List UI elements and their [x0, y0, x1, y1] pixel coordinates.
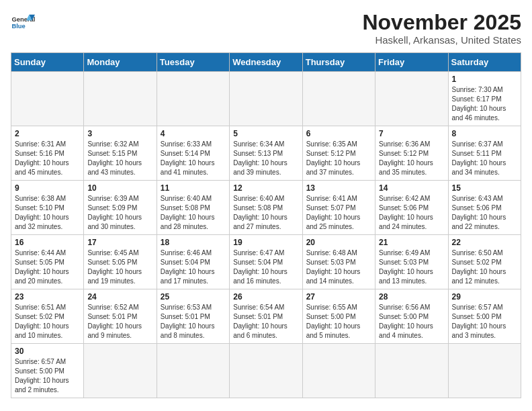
- calendar-day-cell: 15Sunrise: 6:43 AM Sunset: 5:06 PM Dayli…: [448, 181, 521, 235]
- day-info: Sunrise: 6:32 AM Sunset: 5:15 PM Dayligh…: [87, 140, 152, 177]
- calendar-day-cell: 28Sunrise: 6:56 AM Sunset: 5:00 PM Dayli…: [375, 289, 448, 344]
- day-info: Sunrise: 6:42 AM Sunset: 5:06 PM Dayligh…: [379, 194, 444, 232]
- day-number: 20: [306, 238, 371, 247]
- day-info: Sunrise: 6:55 AM Sunset: 5:00 PM Dayligh…: [306, 303, 371, 340]
- calendar-day-cell: 9Sunrise: 6:38 AM Sunset: 5:10 PM Daylig…: [11, 181, 84, 235]
- day-info: Sunrise: 6:40 AM Sunset: 5:08 PM Dayligh…: [233, 194, 298, 232]
- day-number: 18: [161, 238, 226, 247]
- calendar-day-cell: 6Sunrise: 6:35 AM Sunset: 5:12 PM Daylig…: [302, 126, 375, 181]
- day-info: Sunrise: 6:44 AM Sunset: 5:05 PM Dayligh…: [15, 248, 80, 286]
- calendar-week-row: 2Sunrise: 6:31 AM Sunset: 5:16 PM Daylig…: [11, 126, 521, 181]
- day-info: Sunrise: 6:40 AM Sunset: 5:08 PM Dayligh…: [161, 194, 226, 232]
- day-number: 6: [306, 129, 371, 138]
- calendar-day-cell: 29Sunrise: 6:57 AM Sunset: 5:00 PM Dayli…: [448, 289, 521, 344]
- day-number: 22: [452, 238, 517, 247]
- svg-text:Blue: Blue: [11, 23, 25, 30]
- day-info: Sunrise: 6:35 AM Sunset: 5:12 PM Dayligh…: [306, 140, 371, 177]
- page-header: General Blue November 2025 Haskell, Arka…: [11, 11, 521, 46]
- calendar-day-cell: 12Sunrise: 6:40 AM Sunset: 5:08 PM Dayli…: [230, 181, 302, 235]
- day-info: Sunrise: 7:30 AM Sunset: 6:17 PM Dayligh…: [452, 85, 517, 123]
- day-info: Sunrise: 6:57 AM Sunset: 5:00 PM Dayligh…: [452, 303, 517, 340]
- day-number: 1: [452, 75, 517, 84]
- calendar-day-cell: [302, 72, 375, 126]
- calendar-week-row: 9Sunrise: 6:38 AM Sunset: 5:10 PM Daylig…: [11, 181, 521, 235]
- day-info: Sunrise: 6:50 AM Sunset: 5:02 PM Dayligh…: [452, 248, 517, 286]
- calendar-day-cell: 18Sunrise: 6:46 AM Sunset: 5:04 PM Dayli…: [157, 235, 229, 289]
- calendar-day-cell: 19Sunrise: 6:47 AM Sunset: 5:04 PM Dayli…: [230, 235, 302, 289]
- day-number: 21: [379, 238, 444, 247]
- calendar-day-cell: 21Sunrise: 6:49 AM Sunset: 5:03 PM Dayli…: [375, 235, 448, 289]
- calendar-day-cell: [302, 344, 375, 398]
- calendar-week-row: 30Sunrise: 6:57 AM Sunset: 5:00 PM Dayli…: [11, 344, 521, 398]
- location: Haskell, Arkansas, United States: [362, 34, 521, 46]
- calendar-day-cell: 20Sunrise: 6:48 AM Sunset: 5:03 PM Dayli…: [302, 235, 375, 289]
- day-number: 27: [306, 292, 371, 302]
- calendar-header-cell: Monday: [84, 53, 157, 72]
- day-info: Sunrise: 6:46 AM Sunset: 5:04 PM Dayligh…: [161, 248, 226, 286]
- logo: General Blue: [11, 11, 35, 35]
- day-info: Sunrise: 6:43 AM Sunset: 5:06 PM Dayligh…: [452, 194, 517, 232]
- calendar-header-cell: Wednesday: [230, 53, 302, 72]
- calendar-day-cell: [375, 72, 448, 126]
- day-info: Sunrise: 6:41 AM Sunset: 5:07 PM Dayligh…: [306, 194, 371, 232]
- day-number: 13: [306, 183, 371, 193]
- calendar-header-row: SundayMondayTuesdayWednesdayThursdayFrid…: [11, 53, 521, 72]
- day-number: 15: [452, 183, 517, 193]
- calendar-day-cell: 1Sunrise: 7:30 AM Sunset: 6:17 PM Daylig…: [448, 72, 521, 126]
- day-number: 23: [15, 292, 80, 302]
- day-info: Sunrise: 6:52 AM Sunset: 5:01 PM Dayligh…: [87, 303, 152, 340]
- day-number: 29: [452, 292, 517, 302]
- day-number: 26: [233, 292, 298, 302]
- calendar-day-cell: 24Sunrise: 6:52 AM Sunset: 5:01 PM Dayli…: [84, 289, 157, 344]
- day-info: Sunrise: 6:31 AM Sunset: 5:16 PM Dayligh…: [15, 140, 80, 177]
- calendar-header-cell: Thursday: [302, 53, 375, 72]
- calendar-day-cell: 27Sunrise: 6:55 AM Sunset: 5:00 PM Dayli…: [302, 289, 375, 344]
- calendar-day-cell: [230, 344, 302, 398]
- day-info: Sunrise: 6:57 AM Sunset: 5:00 PM Dayligh…: [15, 357, 80, 395]
- calendar-day-cell: [11, 72, 84, 126]
- calendar-day-cell: 17Sunrise: 6:45 AM Sunset: 5:05 PM Dayli…: [84, 235, 157, 289]
- logo-icon: General Blue: [11, 11, 35, 35]
- calendar-day-cell: 22Sunrise: 6:50 AM Sunset: 5:02 PM Dayli…: [448, 235, 521, 289]
- calendar-day-cell: 13Sunrise: 6:41 AM Sunset: 5:07 PM Dayli…: [302, 181, 375, 235]
- calendar-day-cell: [230, 72, 302, 126]
- calendar-header-cell: Friday: [375, 53, 448, 72]
- day-number: 19: [233, 238, 298, 247]
- calendar-day-cell: 2Sunrise: 6:31 AM Sunset: 5:16 PM Daylig…: [11, 126, 84, 181]
- day-info: Sunrise: 6:38 AM Sunset: 5:10 PM Dayligh…: [15, 194, 80, 232]
- day-number: 28: [379, 292, 444, 302]
- title-block: November 2025 Haskell, Arkansas, United …: [362, 11, 521, 46]
- day-info: Sunrise: 6:56 AM Sunset: 5:00 PM Dayligh…: [379, 303, 444, 340]
- calendar-week-row: 23Sunrise: 6:51 AM Sunset: 5:02 PM Dayli…: [11, 289, 521, 344]
- day-info: Sunrise: 6:37 AM Sunset: 5:11 PM Dayligh…: [452, 140, 517, 177]
- day-number: 2: [15, 129, 80, 138]
- day-number: 17: [87, 238, 152, 247]
- calendar-day-cell: 8Sunrise: 6:37 AM Sunset: 5:11 PM Daylig…: [448, 126, 521, 181]
- calendar-header-cell: Sunday: [11, 53, 84, 72]
- calendar-body: 1Sunrise: 7:30 AM Sunset: 6:17 PM Daylig…: [11, 72, 521, 398]
- calendar-day-cell: 7Sunrise: 6:36 AM Sunset: 5:12 PM Daylig…: [375, 126, 448, 181]
- calendar-day-cell: [448, 344, 521, 398]
- calendar-day-cell: 4Sunrise: 6:33 AM Sunset: 5:14 PM Daylig…: [157, 126, 229, 181]
- day-number: 5: [233, 129, 298, 138]
- calendar-day-cell: [157, 72, 229, 126]
- day-number: 16: [15, 238, 80, 247]
- day-info: Sunrise: 6:34 AM Sunset: 5:13 PM Dayligh…: [233, 140, 298, 177]
- calendar-day-cell: [375, 344, 448, 398]
- day-number: 3: [87, 129, 152, 138]
- calendar-day-cell: 16Sunrise: 6:44 AM Sunset: 5:05 PM Dayli…: [11, 235, 84, 289]
- day-info: Sunrise: 6:54 AM Sunset: 5:01 PM Dayligh…: [233, 303, 298, 340]
- calendar-header-cell: Tuesday: [157, 53, 229, 72]
- calendar-table: SundayMondayTuesdayWednesdayThursdayFrid…: [11, 52, 521, 398]
- day-info: Sunrise: 6:49 AM Sunset: 5:03 PM Dayligh…: [379, 248, 444, 286]
- day-info: Sunrise: 6:36 AM Sunset: 5:12 PM Dayligh…: [379, 140, 444, 177]
- day-info: Sunrise: 6:39 AM Sunset: 5:09 PM Dayligh…: [87, 194, 152, 232]
- day-number: 25: [161, 292, 226, 302]
- day-number: 30: [15, 347, 80, 356]
- day-number: 12: [233, 183, 298, 193]
- calendar-day-cell: 11Sunrise: 6:40 AM Sunset: 5:08 PM Dayli…: [157, 181, 229, 235]
- calendar-day-cell: 25Sunrise: 6:53 AM Sunset: 5:01 PM Dayli…: [157, 289, 229, 344]
- day-info: Sunrise: 6:47 AM Sunset: 5:04 PM Dayligh…: [233, 248, 298, 286]
- calendar-day-cell: 30Sunrise: 6:57 AM Sunset: 5:00 PM Dayli…: [11, 344, 84, 398]
- day-number: 9: [15, 183, 80, 193]
